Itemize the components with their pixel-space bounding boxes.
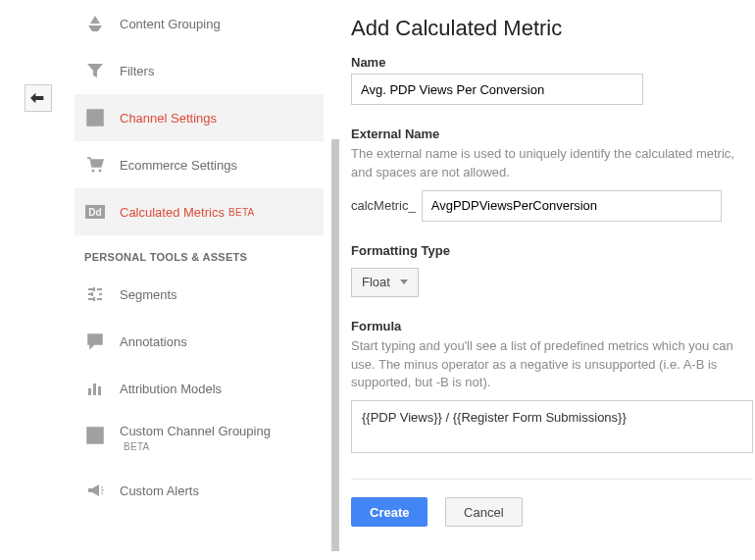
external-name-prefix: calcMetric_ [351, 198, 416, 213]
svg-text:Dd: Dd [88, 207, 101, 218]
svg-rect-11 [88, 388, 91, 395]
sidebar-item-filters[interactable]: Filters [75, 47, 324, 94]
svg-point-10 [97, 338, 99, 340]
beta-badge: BETA [228, 207, 255, 218]
svg-rect-5 [93, 287, 95, 291]
sidebar-label: Filters [120, 64, 154, 78]
back-button[interactable] [25, 84, 52, 112]
chevron-down-icon [400, 280, 408, 284]
external-name-input[interactable] [422, 190, 722, 222]
formula-help: Start typing and you'll see a list of pr… [351, 337, 755, 393]
sidebar-item-custom-alerts[interactable]: Custom Alerts [75, 467, 324, 514]
chat-icon [84, 331, 106, 351]
funnel-icon [84, 61, 106, 80]
name-label: Name [351, 55, 755, 70]
svg-rect-13 [98, 386, 101, 395]
svg-rect-7 [93, 297, 95, 301]
sidebar-item-attribution-models[interactable]: Attribution Models [75, 365, 324, 412]
sidebar-item-channel-settings[interactable]: Channel Settings [75, 94, 324, 141]
external-name-field-block: External Name The external name is used … [351, 127, 755, 222]
sidebar-item-calculated-metrics[interactable]: Dd Calculated Metrics BETA [75, 188, 324, 235]
channel-icon [84, 426, 106, 445]
sidebar-label: Calculated Metrics [120, 205, 225, 220]
divider [351, 479, 753, 480]
name-input[interactable] [351, 74, 643, 105]
sidebar-label: Segments [120, 287, 177, 302]
beta-badge: BETA [124, 441, 150, 452]
segments-icon [84, 284, 106, 304]
megaphone-icon [84, 481, 106, 500]
formatting-type-block: Formatting Type Float [351, 243, 755, 297]
svg-rect-12 [93, 383, 96, 395]
formatting-type-value: Float [362, 275, 390, 289]
formatting-type-select[interactable]: Float [351, 268, 419, 297]
sidebar: Content Grouping Filters Channel Setting… [75, 0, 324, 560]
formula-input[interactable]: {{PDP Views}} / {{Register Form Submissi… [351, 400, 753, 453]
sidebar-section-header: PERSONAL TOOLS & ASSETS [75, 235, 324, 271]
sidebar-label: Attribution Models [120, 382, 222, 396]
sidebar-item-custom-channel-grouping[interactable]: Custom Channel Grouping BETA [75, 412, 324, 467]
sidebar-label: Custom Channel Grouping [120, 424, 271, 438]
create-button[interactable]: Create [351, 497, 428, 527]
sidebar-item-content-grouping[interactable]: Content Grouping [75, 0, 324, 47]
external-name-help: The external name is used to uniquely id… [351, 145, 755, 182]
formula-block: Formula Start typing and you'll see a li… [351, 319, 755, 454]
content-grouping-icon [84, 14, 106, 33]
sidebar-label: Ecommerce Settings [120, 158, 237, 173]
sidebar-label: Channel Settings [120, 111, 217, 126]
scrollbar[interactable] [331, 139, 339, 551]
svg-point-2 [99, 170, 102, 173]
formula-label: Formula [351, 319, 755, 333]
bar-chart-icon [84, 379, 106, 398]
svg-rect-6 [91, 292, 93, 296]
svg-point-1 [92, 170, 95, 173]
sidebar-item-annotations[interactable]: Annotations [75, 318, 324, 365]
page-title: Add Calculated Metric [351, 16, 755, 41]
sidebar-label: Content Grouping [120, 17, 221, 31]
button-row: Create Cancel [351, 497, 755, 527]
sidebar-item-ecommerce-settings[interactable]: Ecommerce Settings [75, 141, 324, 188]
svg-point-9 [94, 338, 96, 340]
cancel-button[interactable]: Cancel [445, 497, 522, 527]
dd-icon: Dd [84, 202, 106, 222]
formatting-type-label: Formatting Type [351, 243, 755, 258]
cart-icon [84, 155, 106, 175]
external-name-label: External Name [351, 127, 755, 141]
sidebar-label: Custom Alerts [120, 484, 199, 498]
main-panel: Add Calculated Metric Name External Name… [351, 16, 755, 527]
name-field-block: Name [351, 55, 755, 105]
back-arrow-icon [30, 92, 46, 104]
channel-icon [84, 108, 106, 127]
sidebar-label: Annotations [120, 334, 187, 349]
svg-point-8 [91, 338, 93, 340]
sidebar-item-segments[interactable]: Segments [75, 271, 324, 318]
